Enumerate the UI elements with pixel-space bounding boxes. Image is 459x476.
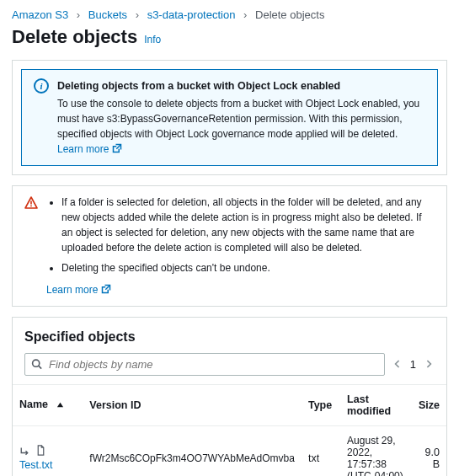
breadcrumb-current: Delete objects [255, 8, 324, 21]
svg-rect-0 [30, 201, 32, 204]
breadcrumb: Amazon S3 › Buckets › s3-data-protection… [12, 8, 447, 21]
chevron-right-icon: › [136, 8, 139, 21]
chevron-right-icon: › [243, 8, 247, 21]
learn-more-link[interactable]: Learn more [57, 143, 122, 155]
breadcrumb-link[interactable]: Buckets [88, 8, 127, 21]
external-link-icon [112, 142, 122, 152]
return-icon [19, 447, 31, 459]
search-input[interactable] [24, 353, 385, 376]
col-name[interactable]: Name [19, 398, 48, 410]
warning-bullet: Deleting the specified objects can't be … [61, 260, 435, 275]
col-version[interactable]: Version ID [83, 384, 302, 425]
page-number: 1 [410, 358, 416, 371]
objects-table: Name Version ID Type Last modified Size [13, 384, 446, 476]
search-icon [31, 359, 42, 370]
cell-size: 9.0 B [411, 425, 446, 476]
external-link-icon [101, 283, 111, 293]
prev-page-button[interactable] [392, 356, 403, 372]
page-title: Delete objects Info [12, 26, 447, 48]
col-modified[interactable]: Last modified [340, 384, 411, 425]
sort-asc-icon [56, 399, 64, 411]
svg-point-2 [33, 360, 40, 366]
info-icon: i [34, 78, 49, 94]
cell-modified: August 29, 2022, 17:57:38 (UTC-04:00) [340, 425, 411, 476]
col-type[interactable]: Type [302, 384, 340, 425]
learn-more-link[interactable]: Learn more [46, 284, 111, 296]
alert-body: To use the console to delete objects fro… [57, 98, 419, 140]
cell-type: txt [302, 425, 340, 476]
warning-bullet: If a folder is selected for deletion, al… [61, 195, 435, 255]
info-alert: i Deleting objects from a bucket with Ob… [21, 69, 438, 166]
cell-version: fWr2Msc6COpFk3m4OO7WYAbMeAdOmvba [83, 425, 302, 476]
warning-icon [24, 196, 38, 210]
chevron-right-icon: › [77, 8, 80, 21]
col-size[interactable]: Size [411, 384, 446, 425]
object-name-link[interactable]: Test.txt [19, 459, 53, 471]
svg-rect-1 [30, 205, 32, 206]
search-input-wrap [24, 353, 385, 376]
section-title: Specified objects [24, 329, 435, 345]
file-icon [35, 445, 47, 458]
next-page-button[interactable] [423, 356, 435, 372]
panel-warning: If a folder is selected for deletion, al… [12, 185, 447, 307]
panel-object-lock: i Deleting objects from a bucket with Ob… [12, 60, 447, 175]
panel-specified-objects: Specified objects 1 N [12, 317, 447, 476]
pager: 1 [392, 356, 435, 372]
breadcrumb-link[interactable]: Amazon S3 [12, 8, 68, 21]
info-link[interactable]: Info [144, 34, 161, 45]
table-row: Test.txt fWr2Msc6COpFk3m4OO7WYAbMeAdOmvb… [13, 425, 446, 476]
alert-title: Deleting objects from a bucket with Obje… [57, 78, 425, 94]
breadcrumb-link[interactable]: s3-data-protection [147, 8, 236, 21]
